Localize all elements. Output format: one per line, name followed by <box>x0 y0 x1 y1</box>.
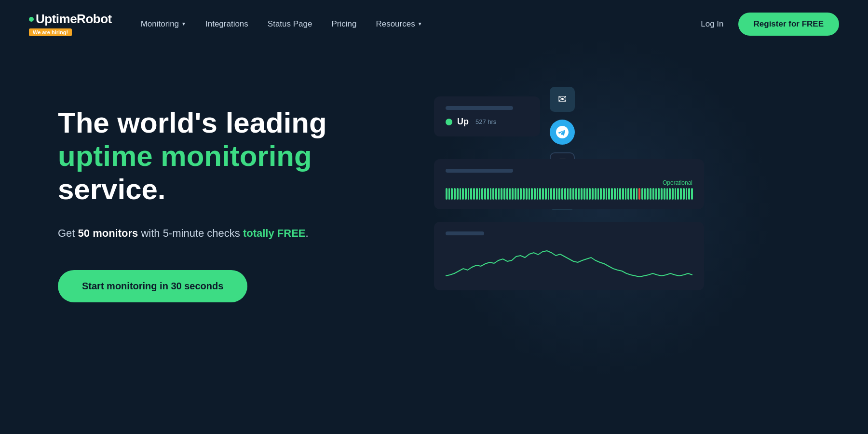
nav-integrations-label: Integrations <box>205 19 248 29</box>
chevron-down-icon: ▼ <box>418 21 422 27</box>
headline-green: uptime monitoring <box>58 140 312 172</box>
uptime-bar <box>677 188 679 200</box>
uptime-bar <box>664 188 665 200</box>
uptime-bar <box>669 188 671 200</box>
uptime-bar <box>462 188 464 200</box>
uptime-bar <box>688 188 690 200</box>
chevron-down-icon: ▼ <box>181 21 186 27</box>
uptime-bar <box>517 188 519 200</box>
uptime-bar <box>558 188 560 200</box>
uptime-bar <box>495 188 497 200</box>
response-svg <box>446 242 692 281</box>
uptime-bar <box>487 188 489 200</box>
uptime-bar <box>603 188 605 200</box>
response-chart <box>446 242 692 281</box>
uptime-bar <box>520 188 522 200</box>
uptime-bar <box>658 188 660 200</box>
uptime-bar <box>448 188 450 200</box>
nav-resources[interactable]: Resources ▼ <box>376 19 422 29</box>
uptime-bar <box>526 188 528 200</box>
main-content: The world's leading uptime monitoring se… <box>0 48 868 434</box>
uptime-bar <box>570 188 571 200</box>
status-hours: 527 hrs <box>475 118 496 125</box>
uptime-bar <box>548 188 550 200</box>
uptime-bar <box>636 188 638 200</box>
login-link[interactable]: Log In <box>701 19 723 29</box>
uptime-bar <box>592 188 594 200</box>
uptime-bar <box>446 188 448 200</box>
uptime-bar <box>457 188 459 200</box>
logo-area: UptimeRobot We are hiring! <box>29 12 112 36</box>
uptime-bar <box>567 188 569 200</box>
status-row: Up 527 hrs <box>446 117 529 127</box>
headline-service: service. <box>58 173 166 205</box>
register-button[interactable]: Register for FREE <box>738 13 839 36</box>
logo-text: UptimeRobot <box>36 12 112 27</box>
nav-integrations[interactable]: Integrations <box>205 19 248 29</box>
nav-status-page[interactable]: Status Page <box>268 19 312 29</box>
card-bar <box>446 106 513 110</box>
uptime-bar <box>481 188 483 200</box>
monitors-count: 50 monitors <box>78 227 138 239</box>
uptime-bar <box>545 188 547 200</box>
nav-resources-label: Resources <box>376 19 415 29</box>
uptime-bar <box>484 188 486 200</box>
uptime-bar <box>583 188 585 200</box>
uptime-bar <box>617 188 619 200</box>
email-icon: ✉ <box>550 87 575 112</box>
nav-pricing-label: Pricing <box>331 19 356 29</box>
response-card <box>434 222 704 290</box>
uptime-bar <box>476 188 478 200</box>
header-right: Log In Register for FREE <box>701 13 839 36</box>
uptime-bar <box>465 188 467 200</box>
uptime-bar <box>506 188 508 200</box>
headline: The world's leading uptime monitoring se… <box>58 106 395 206</box>
nav-pricing[interactable]: Pricing <box>331 19 356 29</box>
uptime-bar <box>542 188 544 200</box>
uptime-bar <box>661 188 663 200</box>
uptime-bar <box>575 188 577 200</box>
uptime-bar <box>578 188 580 200</box>
uptime-bar <box>556 188 558 200</box>
uptime-bar <box>509 188 511 200</box>
uptime-bar <box>523 188 525 200</box>
uptime-bar <box>460 188 461 200</box>
uptime-bar <box>641 188 643 200</box>
uptime-bar <box>595 188 597 200</box>
hero-subtext: Get 50 monitors with 5-minute checks tot… <box>58 225 395 241</box>
status-dot-up <box>446 119 452 125</box>
uptime-bar <box>454 188 456 200</box>
uptime-bar <box>619 188 621 200</box>
uptime-bar <box>512 188 514 200</box>
cta-button[interactable]: Start monitoring in 30 seconds <box>58 270 247 302</box>
hiring-badge[interactable]: We are hiring! <box>29 28 72 36</box>
hero-right: Up 527 hrs ✉ 📱 <box>395 87 839 96</box>
uptime-bar <box>498 188 500 200</box>
uptime-bar <box>644 188 646 200</box>
uptime-bar <box>553 188 555 200</box>
card-bar-op <box>446 169 513 173</box>
uptime-bar <box>600 188 602 200</box>
nav-monitoring[interactable]: Monitoring ▼ <box>141 19 186 29</box>
status-label: Up <box>457 117 469 127</box>
monitor-up-card: Up 527 hrs <box>434 96 540 136</box>
uptime-bar <box>586 188 588 200</box>
uptime-bar <box>564 188 566 200</box>
uptime-bar <box>680 188 682 200</box>
telegram-icon <box>550 120 575 145</box>
header: UptimeRobot We are hiring! Monitoring ▼ … <box>0 0 868 48</box>
operational-card: Operational <box>434 159 704 209</box>
uptime-bar <box>630 188 632 200</box>
uptime-bar <box>672 188 674 200</box>
uptime-bar <box>501 188 502 200</box>
main-nav: Monitoring ▼ Integrations Status Page Pr… <box>141 19 701 29</box>
uptime-bar <box>468 188 470 200</box>
uptime-bar <box>597 188 599 200</box>
uptime-bar <box>529 188 530 200</box>
uptime-bar <box>561 188 563 200</box>
uptime-bar <box>675 188 677 200</box>
uptime-bar <box>655 188 657 200</box>
logo[interactable]: UptimeRobot <box>29 12 112 27</box>
uptime-bar <box>608 188 610 200</box>
uptime-bar <box>666 188 668 200</box>
